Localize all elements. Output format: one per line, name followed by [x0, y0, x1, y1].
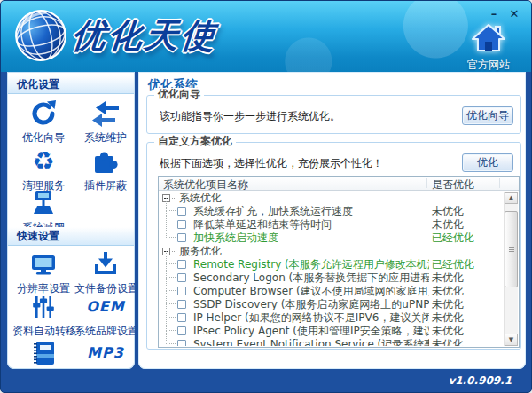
table-row: Secondary Logon (本服务替换凭据下的应用进程，建议...未优化 — [160, 271, 504, 285]
row-label: Computer Browser (建议不使用局域网的家庭用户关闭) — [193, 285, 429, 298]
sidebar-item-mp3[interactable]: MP3 — [74, 338, 135, 369]
tree-connector — [166, 198, 176, 211]
column-separator — [499, 178, 500, 188]
list-scrollbar[interactable]: ▲ ▼ — [504, 192, 518, 346]
sidebar-item-plugin[interactable]: 插件屏蔽 — [74, 146, 135, 193]
row-checkbox[interactable] — [177, 220, 186, 229]
tree-group-row: 服务优化 — [160, 245, 504, 258]
tree-list: 系统优化系统缓存扩充，加快系统运行速度未优化降低菜单延迟和结束等待时间未优化加快… — [160, 192, 504, 346]
table-row: 系统缓存扩充，加快系统运行速度未优化 — [160, 205, 504, 218]
home-icon — [469, 40, 508, 57]
sidebar-item-transfer[interactable]: 资料自动转移 — [12, 292, 74, 339]
sidebar-item-oem[interactable]: OEM系统品牌设置 — [74, 292, 135, 339]
row-checkbox[interactable] — [177, 300, 186, 309]
table-row: IP Helper (如果您的网络协议不是IPV6，建议关闭此服务)未优化 — [160, 311, 504, 325]
row-checkbox[interactable] — [177, 287, 186, 295]
table-row: 加快系统启动速度已经优化 — [160, 232, 504, 245]
sliders-icon — [12, 292, 74, 324]
table-header: 系统优化项目名称 是否优化 — [159, 177, 519, 191]
table-row: 降低菜单延迟和结束等待时间未优化 — [160, 218, 504, 232]
app-logo-globe-icon — [12, 7, 69, 64]
table-row: IPsec Policy Agent (使用和管理IP安全策略，建议普通...未… — [160, 325, 504, 338]
status-label: 未优化 — [432, 338, 464, 346]
status-label: 已经优化 — [432, 232, 474, 245]
tree-connector — [166, 304, 176, 318]
sidebar-item-clean[interactable]: ♻清理服务 — [12, 146, 74, 193]
row-label: 加快系统启动速度 — [193, 232, 278, 245]
sidebar-item-maintain[interactable]: 系统维护 — [74, 98, 135, 145]
row-checkbox[interactable] — [177, 340, 186, 346]
custom-groupbox: 自定义方案优化 根据下面选项，选择性优化，充份展示个性化！ 优化 系统优化项目名… — [146, 142, 521, 350]
custom-description: 根据下面选项，选择性优化，充份展示个性化！ — [160, 156, 383, 171]
sidebar-item-label: 优化向导 — [12, 130, 74, 145]
minimize-button[interactable]: – — [486, 7, 502, 21]
tree-connector — [166, 251, 176, 264]
oem-text-icon: OEM — [74, 292, 135, 324]
row-checkbox[interactable] — [177, 260, 186, 269]
sidebar: 优化设置 优化向导系统维护♻清理服务插件屏蔽系统减肥 快速设置 分辨率设置文件备… — [7, 72, 135, 369]
tree-group-label: 系统优化 — [179, 192, 222, 205]
row-label: SSDP Discovery (本服务启动家庭网络上的uPNP设备，建... — [193, 298, 429, 311]
status-label: 未优化 — [432, 285, 464, 298]
version-label: v1.0.909.1 — [448, 374, 512, 387]
sidebar-item-backup[interactable]: 文件备份设置 — [74, 249, 135, 296]
wizard-groupbox-label: 优化向导 — [154, 88, 204, 100]
row-checkbox[interactable] — [177, 313, 186, 322]
scroll-up-button[interactable]: ▲ — [505, 192, 518, 204]
sidebar-item-wizard[interactable]: 优化向导 — [12, 98, 74, 145]
tree-group-row: 系统优化 — [160, 192, 504, 205]
status-column-header: 是否优化 — [432, 177, 474, 193]
status-label: 未优化 — [432, 298, 464, 311]
row-checkbox[interactable] — [177, 326, 186, 335]
status-label: 未优化 — [432, 205, 464, 218]
wizard-groupbox: 优化向导 该功能指导你一步一步进行系统优化。 优化向导 — [146, 95, 521, 134]
status-label: 未优化 — [432, 271, 464, 285]
recycle-icon: ♻ — [12, 146, 74, 178]
tree-connector — [166, 211, 176, 224]
row-checkbox[interactable] — [177, 273, 186, 282]
scroll-thumb[interactable] — [505, 211, 518, 287]
optimization-table: 系统优化项目名称 是否优化 系统优化系统缓存扩充，加快系统运行速度未优化降低菜单… — [158, 176, 520, 348]
table-row: Computer Browser (建议不使用局域网的家庭用户关闭)未优化 — [160, 285, 504, 298]
wizard-button[interactable]: 优化向导 — [462, 106, 513, 125]
row-checkbox[interactable] — [177, 207, 186, 216]
status-label: 未优化 — [432, 311, 464, 325]
sidebar-item-label: 系统品牌设置 — [74, 324, 135, 339]
wizard-description: 该功能指导你一步一步进行系统优化。 — [160, 109, 340, 124]
status-label: 未优化 — [432, 325, 464, 338]
tree-connector — [166, 318, 176, 331]
status-label: 未优化 — [432, 218, 464, 232]
official-website-label: 官方网站 — [467, 58, 510, 73]
row-label: Remote Registry (本服务允许远程用户修改本机注册表... — [193, 258, 429, 271]
row-label: System Event Notification Service (记录系统事… — [193, 338, 429, 346]
close-button[interactable]: ✕ — [506, 7, 522, 21]
app-title: 优化天使 — [70, 13, 219, 59]
sidebar-item-notebook[interactable] — [12, 338, 74, 369]
section-header-optimize-settings: 优化设置 — [8, 75, 134, 94]
official-website-button[interactable]: 官方网站 — [467, 23, 510, 73]
tree-connector — [166, 278, 176, 291]
download-icon — [74, 249, 135, 281]
scroll-down-button[interactable]: ▼ — [505, 334, 518, 346]
row-checkbox[interactable] — [177, 233, 186, 242]
app-window: 优化天使 – ✕ 官方网站 优化设置 优化向导系统维护♻清理服务插件屏蔽系统减肥… — [0, 0, 532, 393]
status-label: 已经优化 — [432, 258, 474, 271]
tree-connector — [166, 291, 176, 304]
tree-connector — [166, 264, 176, 278]
table-row: System Event Notification Service (记录系统事… — [160, 338, 504, 346]
sidebar-item-label: 系统维护 — [74, 130, 135, 145]
custom-groupbox-label: 自定义方案优化 — [154, 135, 236, 147]
puzzle-icon — [74, 146, 135, 178]
mp3-text-icon: MP3 — [74, 338, 135, 369]
optimize-button[interactable]: 优化 — [462, 153, 513, 172]
sidebar-item-label: 插件屏蔽 — [74, 178, 135, 193]
main-panel: 优化系统 优化向导 该功能指导你一步一步进行系统优化。 优化向导 自定义方案优化… — [138, 72, 526, 369]
sidebar-item-resolution[interactable]: 分辨率设置 — [12, 249, 74, 296]
row-label: IPsec Policy Agent (使用和管理IP安全策略，建议普通... — [193, 325, 429, 338]
scale-icon — [12, 188, 74, 220]
row-label: IP Helper (如果您的网络协议不是IPV6，建议关闭此服务) — [193, 311, 429, 325]
notebook-icon — [12, 338, 74, 369]
titlebar: 优化天使 – ✕ 官方网站 — [1, 1, 531, 72]
tree-connector — [166, 224, 176, 238]
scroll-thumb-grip — [509, 247, 514, 252]
